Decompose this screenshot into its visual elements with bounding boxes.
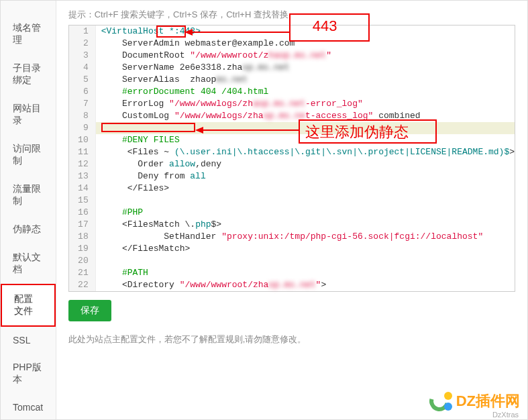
- code-line[interactable]: 20: [69, 255, 515, 267]
- line-number: 10: [69, 134, 96, 146]
- line-number: 4: [69, 62, 96, 74]
- watermark: DZ插件网: [429, 389, 520, 413]
- sidebar-item-tomcat[interactable]: Tomcat: [1, 394, 56, 420]
- code-editor[interactable]: 1<VirtualHost *:443>2 ServerAdmin webmas…: [68, 25, 515, 292]
- code-content[interactable]: <VirtualHost *:443>: [96, 25, 515, 38]
- hint-text: 提示：Ctrl+F 搜索关键字，Ctrl+S 保存，Ctrl+H 查找替换: [68, 9, 515, 21]
- code-content[interactable]: </Files>: [96, 182, 515, 195]
- sidebar-item-domain-manage[interactable]: 域名管理: [1, 14, 56, 54]
- sidebar-item-config-file[interactable]: 配置文件: [1, 284, 56, 327]
- code-content[interactable]: ServerName 2e6e3318.zhaop.ms.net: [96, 62, 515, 74]
- line-number: 17: [69, 219, 96, 231]
- sidebar-item-default-doc[interactable]: 默认文档: [1, 244, 56, 284]
- line-number: 14: [69, 182, 96, 195]
- code-line[interactable]: 1<VirtualHost *:443>: [69, 25, 515, 38]
- code-line[interactable]: 16 #PHP: [69, 207, 515, 219]
- code-content[interactable]: SetHandler "proxy:unix:/tmp/php-cgi-56.s…: [96, 231, 515, 243]
- code-content[interactable]: <Directory "/www/wwwroot/zhaop.ms.net">: [96, 279, 515, 291]
- code-line[interactable]: 12 Order allow,deny: [69, 158, 515, 170]
- sidebar-item-access-limit[interactable]: 访问限制: [1, 135, 56, 175]
- annotation-box-insert-here: [101, 123, 195, 132]
- code-content[interactable]: <FilesMatch \.php$>: [96, 219, 515, 231]
- sidebar-item-traffic-limit[interactable]: 流量限制: [1, 175, 56, 215]
- code-line[interactable]: 21 #PATH: [69, 267, 515, 279]
- line-number: 18: [69, 231, 96, 243]
- sidebar-item-subdir-bind[interactable]: 子目录绑定: [1, 54, 56, 95]
- save-button[interactable]: 保存: [68, 300, 111, 321]
- code-line[interactable]: 10 #DENY FILES: [69, 134, 515, 146]
- line-number: 7: [69, 98, 96, 110]
- code-content[interactable]: #errorDocument 404 /404.html: [96, 86, 515, 98]
- code-content[interactable]: ErrorLog "/www/wwwlogs/zhaop.ms.net-erro…: [96, 98, 515, 110]
- line-number: 19: [69, 243, 96, 255]
- code-content[interactable]: #PHP: [96, 207, 515, 219]
- sidebar: 域名管理子目录绑定网站目录访问限制流量限制伪静态默认文档配置文件SSLPHP版本…: [1, 1, 56, 419]
- code-content[interactable]: ServerAlias zhaopms.net: [96, 74, 515, 86]
- code-line[interactable]: 6 #errorDocument 404 /404.html: [69, 86, 515, 98]
- code-content[interactable]: <Files ~ (\.user.ini|\.htaccess|\.git|\.…: [96, 146, 515, 158]
- line-number: 12: [69, 158, 96, 170]
- code-content[interactable]: [96, 122, 515, 134]
- main-panel: 提示：Ctrl+F 搜索关键字，Ctrl+S 保存，Ctrl+H 查找替换 1<…: [56, 1, 527, 419]
- code-content[interactable]: ServerAdmin webmaster@example.com: [96, 38, 515, 50]
- line-number: 6: [69, 86, 96, 98]
- code-line[interactable]: 14 </Files>: [69, 182, 515, 195]
- line-number: 8: [69, 110, 96, 122]
- code-line[interactable]: 13 Deny from all: [69, 170, 515, 182]
- code-line[interactable]: 11 <Files ~ (\.user.ini|\.htaccess|\.git…: [69, 146, 515, 158]
- line-number: 11: [69, 146, 96, 158]
- code-line[interactable]: 7 ErrorLog "/www/wwwlogs/zhaop.ms.net-er…: [69, 98, 515, 110]
- code-content[interactable]: DocumentRoot "/www/wwwroot/zhaop.ms.net": [96, 50, 515, 62]
- code-line[interactable]: 18 SetHandler "proxy:unix:/tmp/php-cgi-5…: [69, 231, 515, 243]
- code-content[interactable]: #PATH: [96, 267, 515, 279]
- code-content[interactable]: [96, 195, 515, 207]
- watermark-text: DZ插件网: [456, 391, 520, 411]
- sidebar-item-php-version[interactable]: PHP版本: [1, 354, 56, 394]
- code-line[interactable]: 3 DocumentRoot "/www/wwwroot/zhaop.ms.ne…: [69, 50, 515, 62]
- code-content[interactable]: [96, 255, 515, 267]
- line-number: 9: [69, 122, 96, 134]
- line-number: 20: [69, 255, 96, 267]
- code-line[interactable]: 8 CustomLog "/www/wwwlogs/zhaop.ms.net-a…: [69, 110, 515, 122]
- sidebar-item-rewrite[interactable]: 伪静态: [1, 215, 56, 244]
- sidebar-item-site-dir[interactable]: 网站目录: [1, 95, 56, 135]
- code-line[interactable]: 17 <FilesMatch \.php$>: [69, 219, 515, 231]
- line-number: 5: [69, 74, 96, 86]
- code-line[interactable]: 19 </FilesMatch>: [69, 243, 515, 255]
- code-content[interactable]: #DENY FILES: [96, 134, 515, 146]
- code-line[interactable]: 22 <Directory "/www/wwwroot/zhaop.ms.net…: [69, 279, 515, 291]
- line-number: 3: [69, 50, 96, 62]
- line-number: 22: [69, 279, 96, 291]
- line-number: 13: [69, 170, 96, 182]
- code-content[interactable]: Deny from all: [96, 170, 515, 182]
- line-number: 15: [69, 195, 96, 207]
- sidebar-item-ssl[interactable]: SSL: [1, 327, 56, 354]
- code-content[interactable]: CustomLog "/www/wwwlogs/zhaop.ms.net-acc…: [96, 110, 515, 122]
- watermark-subtext: DzXtras: [492, 411, 519, 419]
- code-content[interactable]: Order allow,deny: [96, 158, 515, 170]
- line-number: 21: [69, 267, 96, 279]
- watermark-logo-icon: [429, 389, 454, 413]
- code-line[interactable]: 9: [69, 122, 515, 134]
- code-line[interactable]: 4 ServerName 2e6e3318.zhaop.ms.net: [69, 62, 515, 74]
- line-number: 16: [69, 207, 96, 219]
- code-line[interactable]: 15: [69, 195, 515, 207]
- line-number: 1: [69, 25, 96, 38]
- config-warning: 此处为站点主配置文件，若您不了解配置规则,请勿随意修改。: [68, 333, 515, 346]
- code-content[interactable]: </FilesMatch>: [96, 243, 515, 255]
- code-line[interactable]: 5 ServerAlias zhaopms.net: [69, 74, 515, 86]
- line-number: 2: [69, 38, 96, 50]
- code-line[interactable]: 2 ServerAdmin webmaster@example.com: [69, 38, 515, 50]
